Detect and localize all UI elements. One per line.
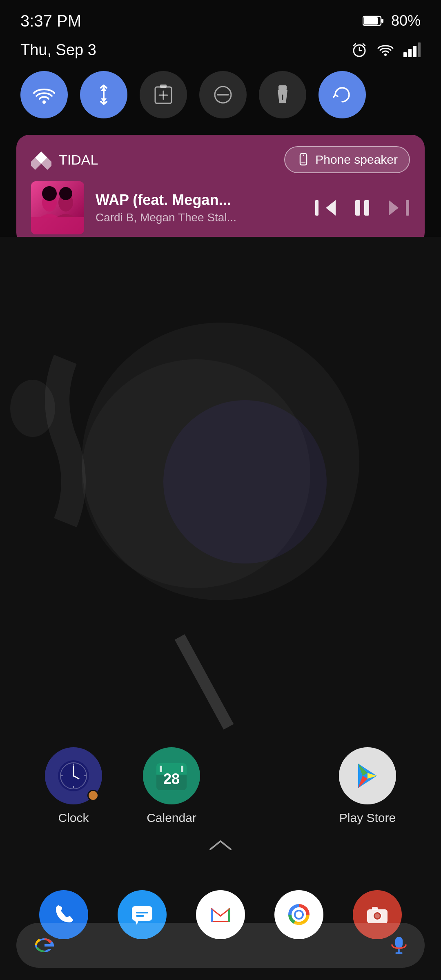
battery-saver-icon [154, 84, 172, 106]
playstore-app-icon [339, 747, 396, 804]
svg-rect-9 [403, 52, 407, 57]
svg-rect-61 [181, 766, 183, 772]
svg-rect-30 [301, 162, 305, 163]
status-bar: 3:37 PM 80% [0, 0, 441, 37]
svg-point-8 [384, 53, 387, 56]
app-item-calendar[interactable]: 28 Calendar [143, 747, 200, 825]
calendar-app-label: Calendar [147, 811, 196, 825]
svg-rect-78 [372, 907, 378, 910]
qs-data-btn[interactable] [80, 71, 127, 118]
rotate-icon [331, 84, 353, 106]
svg-rect-38 [315, 200, 318, 216]
svg-line-6 [354, 44, 356, 46]
qs-rotate-btn[interactable] [318, 71, 366, 118]
svg-point-34 [42, 186, 57, 201]
svg-rect-11 [413, 46, 416, 57]
status-time: 3:37 PM [20, 12, 81, 30]
svg-point-46 [163, 400, 327, 564]
qs-flashlight-btn[interactable] [259, 71, 306, 118]
date-row: Thu, Sep 3 [0, 37, 441, 67]
clock-app-label: Clock [58, 811, 89, 825]
song-info: WAP (feat. Megan... Cardi B, Megan Thee … [96, 192, 295, 224]
tidal-name: TIDAL [59, 152, 98, 168]
signal-icon [403, 41, 421, 59]
media-header: TIDAL Phone speaker [31, 146, 410, 173]
qs-battery-saver-btn[interactable] [140, 71, 187, 118]
phone-speaker-text: Phone speaker [315, 153, 398, 167]
phone-speaker-btn[interactable]: Phone speaker [284, 146, 410, 173]
svg-rect-60 [160, 766, 162, 772]
svg-marker-37 [326, 200, 336, 216]
search-bar[interactable] [16, 923, 425, 968]
svg-text:28: 28 [163, 771, 180, 787]
album-art [31, 181, 84, 234]
data-transfer-icon [93, 84, 115, 106]
song-artist: Cardi B, Megan Thee Stal... [96, 211, 295, 224]
svg-rect-68 [136, 912, 148, 913]
app-item-clock[interactable]: Clock [45, 747, 102, 825]
svg-point-13 [42, 100, 46, 104]
svg-rect-10 [408, 49, 412, 57]
calendar-app-icon: 28 [143, 747, 200, 804]
phone-speaker-icon [296, 153, 310, 167]
quick-settings [0, 67, 441, 127]
app-item-empty [241, 757, 298, 815]
home-screen: Clock 28 Calendar [0, 237, 441, 980]
google-logo [31, 932, 58, 959]
qs-wifi-btn[interactable] [20, 71, 68, 118]
svg-rect-39 [355, 200, 360, 216]
svg-rect-40 [364, 200, 369, 216]
battery-percent: 80% [391, 12, 421, 29]
app-item-playstore[interactable]: Play Store [339, 747, 396, 825]
tidal-logo: TIDAL [31, 149, 98, 170]
svg-rect-79 [395, 937, 403, 948]
prev-button[interactable] [314, 197, 336, 219]
flashlight-icon [274, 84, 292, 106]
date-text: Thu, Sep 3 [20, 41, 96, 59]
date-status-icons [350, 41, 421, 59]
svg-point-77 [375, 913, 380, 918]
app-grid: Clock 28 Calendar [0, 747, 441, 825]
svg-rect-17 [160, 85, 167, 88]
song-title: WAP (feat. Megan... [96, 192, 295, 209]
wallpaper-bg [0, 237, 441, 980]
media-controls [314, 197, 410, 219]
svg-rect-12 [418, 42, 421, 57]
tidal-icon [31, 149, 51, 170]
pause-button[interactable] [351, 197, 373, 219]
svg-rect-2 [381, 19, 383, 23]
next-button[interactable] [388, 197, 410, 219]
battery-icon [363, 15, 384, 27]
microphone-icon[interactable] [388, 934, 410, 956]
clock-app-icon [45, 747, 102, 804]
svg-rect-42 [406, 200, 409, 216]
empty-slot [241, 757, 298, 815]
svg-rect-22 [278, 85, 287, 90]
wifi-icon [32, 85, 56, 105]
wifi-status-icon [376, 41, 394, 59]
status-icons: 80% [363, 12, 421, 29]
svg-marker-41 [389, 200, 399, 216]
svg-line-7 [363, 44, 365, 46]
svg-line-47 [180, 637, 229, 727]
svg-rect-1 [364, 17, 378, 24]
media-content: WAP (feat. Megan... Cardi B, Megan Thee … [31, 181, 410, 234]
dnd-icon [212, 84, 234, 106]
alarm-icon [350, 41, 368, 59]
svg-rect-36 [31, 217, 84, 234]
svg-point-35 [59, 187, 72, 200]
svg-point-74 [296, 911, 302, 918]
playstore-app-label: Play Store [339, 811, 396, 825]
svg-rect-69 [136, 915, 144, 917]
media-card: TIDAL Phone speaker [16, 135, 425, 246]
up-arrow[interactable] [206, 837, 235, 853]
qs-dnd-btn[interactable] [199, 71, 247, 118]
